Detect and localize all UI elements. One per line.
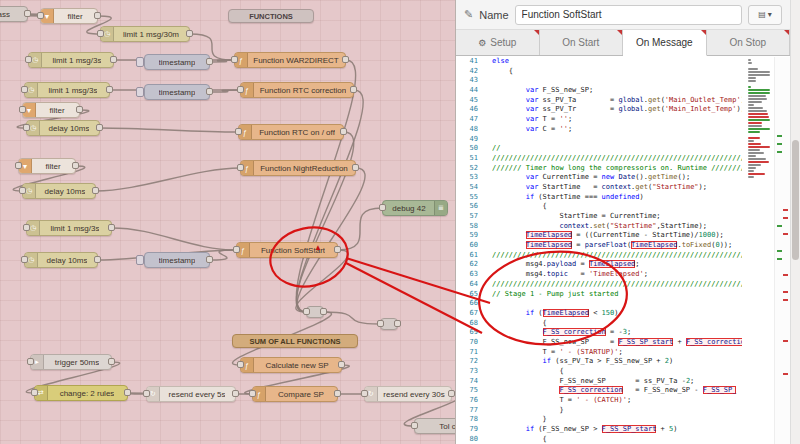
- flow-node-resend5[interactable]: resend every 5s↻: [146, 386, 236, 402]
- output-port[interactable]: [206, 256, 213, 263]
- input-port[interactable]: [143, 390, 150, 397]
- output-port[interactable]: [96, 124, 103, 131]
- code-line[interactable]: var T = '';: [492, 115, 742, 125]
- inject-button[interactable]: [136, 255, 144, 265]
- input-port[interactable]: [237, 86, 244, 93]
- output-port[interactable]: [206, 58, 213, 65]
- code-line[interactable]: TimeElapsed = parseFloat(TimeElapsed.toF…: [492, 241, 742, 251]
- flow-node-link2[interactable]: [380, 318, 398, 330]
- output-port[interactable]: [92, 187, 99, 194]
- code-line[interactable]: T = ' - (CATCH)';: [492, 396, 742, 406]
- flow-node-fnRtcOn[interactable]: Function RTC on / offƒ: [238, 124, 344, 140]
- flow-node-fnRtcCorr[interactable]: Function RTC correctionƒ: [240, 82, 354, 98]
- input-port[interactable]: [31, 389, 38, 396]
- input-port[interactable]: [23, 224, 30, 231]
- code-line[interactable]: [492, 135, 742, 145]
- flow-node-debug42[interactable]: debug 42≣: [382, 200, 448, 216]
- output-port[interactable]: [350, 86, 357, 93]
- flow-node-tolon[interactable]: Tol on: [414, 418, 457, 434]
- input-port[interactable]: [19, 187, 26, 194]
- input-port[interactable]: [231, 56, 238, 63]
- output-port[interactable]: [94, 12, 101, 19]
- code-line[interactable]: ////////////////////////////////////////…: [492, 251, 742, 261]
- code-line[interactable]: [492, 299, 742, 309]
- inject-button[interactable]: [136, 57, 144, 67]
- node-name-input[interactable]: [515, 5, 742, 25]
- output-port[interactable]: [338, 361, 345, 368]
- flow-node-delay_b[interactable]: delay 10ms◷: [22, 183, 96, 199]
- input-port[interactable]: [15, 162, 22, 169]
- code-line[interactable]: }: [492, 406, 742, 416]
- input-port[interactable]: [37, 12, 44, 19]
- output-port[interactable]: [72, 162, 79, 169]
- code-line[interactable]: var ss_PV_Ta = global.get('Main_Outlet_T…: [492, 96, 742, 106]
- flow-node-fnWar[interactable]: Function WAR2DIRECTƒ: [234, 52, 346, 68]
- code-line[interactable]: [492, 76, 742, 86]
- input-port[interactable]: [237, 164, 244, 171]
- input-port[interactable]: [27, 358, 34, 365]
- input-port[interactable]: [235, 128, 242, 135]
- code-line[interactable]: F_SS_new_SP = F_SS_SP_start + F_SS_corre…: [492, 338, 742, 348]
- output-port[interactable]: [352, 164, 359, 171]
- code-line[interactable]: /////// Timer how long the compressoris …: [492, 164, 742, 174]
- code-line[interactable]: F_SS_correction = -3;: [492, 328, 742, 338]
- output-port[interactable]: [340, 128, 347, 135]
- code-line[interactable]: T = ' - (STARTUP)';: [492, 348, 742, 358]
- code-line[interactable]: msg4.payload = TimeElapsed;: [492, 260, 742, 270]
- tab-on-start[interactable]: On Start: [540, 30, 624, 55]
- flow-node-filter1[interactable]: filter▼: [40, 8, 98, 24]
- output-port[interactable]: [76, 106, 83, 113]
- flow-node-calc[interactable]: Calculate new SPƒ: [240, 357, 342, 373]
- output-port[interactable]: [110, 56, 117, 63]
- tab-on-message[interactable]: On Message: [623, 30, 707, 56]
- code-line[interactable]: {: [492, 367, 742, 377]
- code-line[interactable]: if (ss_PV_Ta > F_SS_new_SP + 2): [492, 357, 742, 367]
- flow-node-fnNight[interactable]: Function NightReductionƒ: [240, 160, 356, 176]
- minimap[interactable]: [748, 59, 772, 179]
- flow-node-filter2[interactable]: filter▼: [22, 102, 80, 118]
- input-port[interactable]: [249, 390, 256, 397]
- page-scrollbar[interactable]: [790, 0, 800, 444]
- input-port[interactable]: [97, 30, 104, 37]
- output-port[interactable]: [108, 358, 115, 365]
- code-line[interactable]: StartTime = CurrentTime;: [492, 212, 742, 222]
- code-line[interactable]: {: [492, 319, 742, 329]
- library-button[interactable]: ▤ ▾: [748, 5, 782, 25]
- flow-node-delay_a[interactable]: delay 10ms◷: [26, 120, 100, 136]
- flow-node-limit3s_b[interactable]: limit 1 msg/3s◷: [24, 82, 110, 98]
- tab-on-stop[interactable]: On Stop: [707, 30, 791, 55]
- code-line[interactable]: ////////////////////////////////////////…: [492, 280, 742, 290]
- code-line[interactable]: if (StartTime === undefined): [492, 193, 742, 203]
- output-port[interactable]: [334, 390, 341, 397]
- flow-node-resend30[interactable]: resend every 30s↻: [364, 386, 452, 402]
- code-line[interactable]: {: [492, 435, 742, 444]
- code-line[interactable]: if (TimeElapsed < 150): [492, 309, 742, 319]
- flow-node-ts_c[interactable]: timestamp: [144, 252, 210, 268]
- flow-node-ts_a[interactable]: timestamp: [144, 54, 210, 70]
- flow-node-link1[interactable]: [306, 306, 324, 318]
- input-port[interactable]: [303, 308, 310, 315]
- scrollbar-thumb[interactable]: [792, 140, 799, 260]
- input-port[interactable]: [411, 422, 418, 429]
- code-line[interactable]: ////////////////////////////////////////…: [492, 154, 742, 164]
- flow-node-fnSoft[interactable]: Function SoftStartƒ: [236, 242, 338, 258]
- code-line[interactable]: //: [492, 144, 742, 154]
- input-port[interactable]: [377, 320, 384, 327]
- flow-node-delay_c[interactable]: delay 10ms◷: [24, 252, 98, 268]
- code-line[interactable]: msg4.topic = 'TimeElapsed';: [492, 270, 742, 280]
- code-line[interactable]: context.set("StartTime",StartTime);: [492, 222, 742, 232]
- input-port[interactable]: [361, 390, 368, 397]
- inject-button[interactable]: [136, 87, 144, 97]
- flow-node-trigger[interactable]: trigger 50ms▸: [30, 354, 112, 370]
- flow-node-limit3s_c[interactable]: limit 1 msg/3s◷: [26, 220, 112, 236]
- flow-node-pass[interactable]: Pass: [0, 6, 28, 22]
- code-editor[interactable]: 4142434445464748495051525354555657585960…: [456, 57, 790, 444]
- input-port[interactable]: [21, 86, 28, 93]
- flow-node-limit30m[interactable]: limit 1 msg/30m◷: [100, 26, 190, 42]
- input-port[interactable]: [21, 256, 28, 263]
- output-port[interactable]: [334, 246, 341, 253]
- output-port[interactable]: [124, 389, 131, 396]
- output-port[interactable]: [186, 30, 193, 37]
- input-port[interactable]: [19, 106, 26, 113]
- flow-node-change[interactable]: change: 2 rules⇄: [34, 385, 128, 401]
